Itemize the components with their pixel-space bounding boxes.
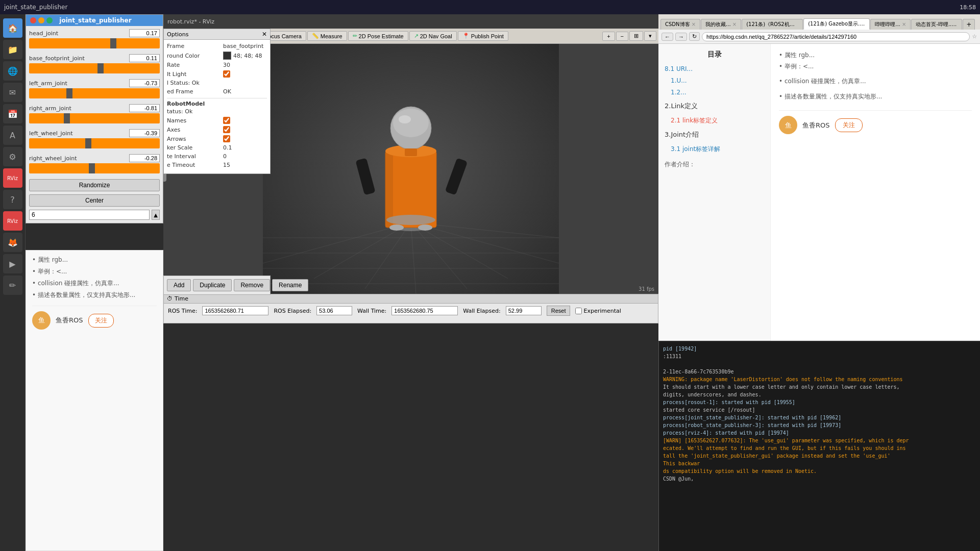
toc-item-2[interactable]: 1.U...	[671, 75, 764, 87]
sidebar-icon-amazon[interactable]: A	[3, 126, 22, 145]
robot-names-row: Names	[167, 117, 267, 124]
jsp-maximize-btn[interactable]	[46, 17, 53, 23]
nav-refresh-button[interactable]: ↻	[689, 32, 700, 41]
zoom-in-button[interactable]: +	[602, 32, 615, 41]
robot-arrows-checkbox[interactable]	[223, 135, 230, 142]
duplicate-button[interactable]: Duplicate	[193, 279, 232, 291]
zoom-out-button[interactable]: −	[616, 32, 628, 41]
sidebar-icon-terminal[interactable]: ▶	[3, 254, 22, 273]
term-line-core: started core service [/rosout]	[663, 406, 976, 414]
jsp-minimize-btn[interactable]	[38, 17, 44, 23]
terminal-content: pid [19942] :11311 2-11ec-8a66-7c763530b…	[659, 342, 980, 486]
browser-tab-collection[interactable]: 我的收藏... ×	[701, 19, 741, 30]
sidebar-icon-rviz[interactable]: RViz	[3, 168, 22, 188]
joint-value-base[interactable]	[129, 54, 160, 62]
remove-button[interactable]: Remove	[234, 279, 270, 291]
sidebar-icon-settings[interactable]: ⚙	[3, 147, 22, 166]
browser-tab-bilibili2[interactable]: 动态首页-哔哩... ×	[911, 19, 962, 30]
center-button[interactable]: Center	[29, 194, 160, 207]
toc-item-1[interactable]: 8.1 URI...	[665, 63, 764, 75]
browser-tab-gazebo[interactable]: (121条) Gazebo显示... ×	[803, 18, 870, 30]
joint-row-left-wheel: left_wheel_joint	[29, 129, 160, 150]
svg-point-23	[389, 224, 404, 231]
wall-elapsed-input[interactable]	[506, 306, 542, 315]
term-line-warn3: digits, underscores, and dashes.	[663, 391, 976, 398]
toc-item-joint-detail[interactable]: 3.1 joint标签详解	[671, 143, 764, 155]
options-fixed-row: ed Frame OK	[167, 88, 267, 95]
sidebar-icon-firefox[interactable]: 🦊	[3, 233, 22, 252]
randomize-button[interactable]: Randomize	[29, 179, 160, 191]
joint-slider-head[interactable]	[29, 38, 160, 48]
robot-interval-label: te Interval	[167, 153, 223, 160]
sidebar-icon-calendar[interactable]: 📅	[3, 104, 22, 123]
rename-button[interactable]: Rename	[272, 279, 308, 291]
joint-value-head[interactable]	[129, 29, 160, 37]
article-para3: • collision 碰撞属性，仿真章...	[32, 279, 157, 288]
wall-elapsed-label: Wall Elapsed:	[463, 308, 500, 314]
robot-names-checkbox[interactable]	[223, 117, 230, 124]
ros-time-input[interactable]	[202, 306, 268, 315]
sidebar-icon-rviz2[interactable]: RViz	[3, 211, 22, 231]
new-tab-button[interactable]: +	[963, 19, 975, 30]
address-bar[interactable]	[702, 32, 970, 41]
follow-button-bottom[interactable]: 关注	[88, 314, 114, 328]
browser-tabs: CSDN博客 × 我的收藏... × (121条)《ROS2机器... × (1…	[658, 14, 980, 30]
term-line-warn7: This backwar	[663, 460, 976, 467]
publish-point-button[interactable]: 📍 Publish Point	[458, 31, 508, 41]
robot-axes-checkbox[interactable]	[223, 126, 230, 133]
browser-tab-bilibili1[interactable]: 哔哩哔哩... ×	[870, 19, 911, 30]
term-line-warn5: ecated. We'll attempt to find and run th…	[663, 444, 976, 452]
add-button[interactable]: Add	[167, 279, 191, 291]
nav-goal-button[interactable]: ↗ 2D Nav Goal	[409, 31, 457, 41]
more-options-button[interactable]: ▾	[644, 31, 656, 41]
joint-slider-base[interactable]	[29, 63, 160, 73]
follow-button[interactable]: 关注	[835, 118, 863, 132]
joint-value-left-wheel[interactable]	[129, 129, 160, 137]
options-panel: Options ✕ Frame base_footprint round Col…	[163, 29, 271, 174]
joint-value-right-arm[interactable]	[129, 104, 160, 112]
sidebar-icon-home[interactable]: 🏠	[3, 18, 22, 38]
bookmark-icon[interactable]: ☆	[972, 33, 977, 40]
reset-button[interactable]: Reset	[547, 306, 571, 316]
browser-tab-ros2[interactable]: (121条)《ROS2机器... ×	[742, 19, 803, 30]
sidebar-icon-help[interactable]: ?	[3, 190, 22, 209]
joint-slider-right-wheel[interactable]	[29, 163, 160, 173]
pose-estimate-button[interactable]: ✏ 2D Pose Estimate	[348, 31, 408, 41]
jsp-scroll-up[interactable]: ▲	[152, 210, 160, 220]
time-titlebar: ⏱ Time	[164, 294, 658, 304]
options-light-checkbox[interactable]	[223, 70, 230, 78]
jsp-close-btn[interactable]	[30, 17, 36, 23]
ros-elapsed-input[interactable]	[316, 306, 352, 315]
experimental-checkbox[interactable]	[575, 308, 582, 314]
toc-item-3[interactable]: 1.2...	[671, 87, 764, 98]
view-options-button[interactable]: ⊞	[629, 31, 643, 41]
browser-tab-csdn[interactable]: CSDN博客 ×	[660, 19, 700, 30]
joint-slider-left-arm[interactable]	[29, 88, 160, 98]
nav-forward-button[interactable]: →	[675, 33, 687, 41]
sidebar-icon-files[interactable]: 📁	[3, 40, 22, 59]
joint-value-right-wheel[interactable]	[129, 154, 160, 162]
joint-value-left-arm[interactable]	[129, 79, 160, 87]
user-avatar: 鱼	[779, 116, 797, 134]
user-name: 鱼香ROS	[802, 119, 830, 131]
jsp-number-input[interactable]	[29, 210, 150, 220]
rviz-title: robot.rviz* - RViz	[167, 18, 214, 25]
sidebar-icon-browser[interactable]: 🌐	[3, 61, 22, 81]
nav-back-button[interactable]: ←	[662, 33, 673, 41]
options-fixed-label: ed Frame	[167, 88, 223, 95]
options-rate-row: Rate 30	[167, 62, 267, 68]
jsp-content: head_joint base_footprint_joint left_arm…	[26, 26, 163, 223]
experimental-row: Experimental	[575, 308, 621, 314]
sidebar-icon-email[interactable]: ✉	[3, 83, 22, 102]
wall-time-input[interactable]	[391, 306, 458, 315]
options-color-swatch[interactable]	[223, 52, 231, 60]
toc-item-link-def[interactable]: 2.1 link标签定义	[671, 115, 764, 127]
joint-slider-right-arm[interactable]	[29, 113, 160, 123]
measure-button[interactable]: 📏 Measure	[307, 31, 347, 41]
robot-timeout-row: e Timeout 15	[167, 162, 267, 168]
joint-slider-left-wheel[interactable]	[29, 138, 160, 148]
options-close-btn[interactable]: ✕	[262, 31, 267, 38]
sidebar-icon-edit[interactable]: ✏	[3, 276, 22, 295]
joint-header-base: base_footprint_joint	[29, 54, 160, 62]
robot-scale-value: 0.1	[223, 144, 232, 151]
